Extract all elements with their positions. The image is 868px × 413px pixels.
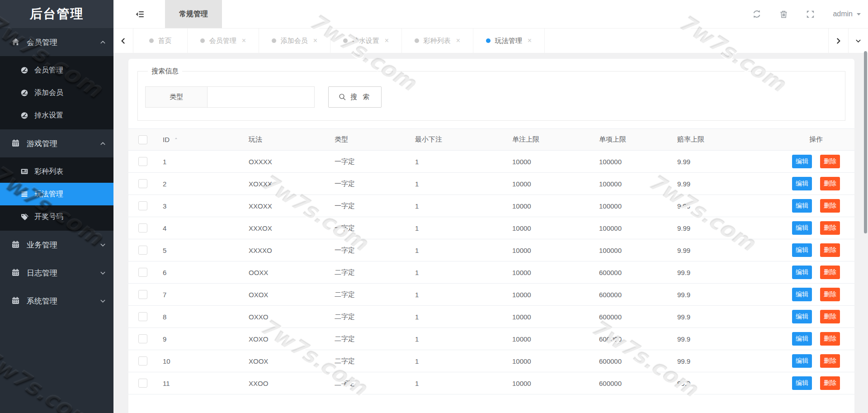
chevron-down-icon (99, 242, 106, 248)
edit-button[interactable]: 编辑 (792, 221, 812, 235)
sidebar-group[interactable]: 会员管理 (0, 28, 113, 56)
table-row: 1OXXXX一字定1100001000009.99编辑删除 (128, 151, 854, 173)
search-panel: 搜索信息 类型 搜 索 (137, 67, 845, 121)
search-icon (339, 93, 346, 101)
search-button[interactable]: 搜 索 (328, 86, 382, 108)
delete-button[interactable]: 删除 (820, 177, 840, 190)
row-checkbox[interactable] (138, 246, 147, 255)
sidebar-item[interactable]: 掉水设置 (0, 104, 113, 127)
delete-button[interactable]: 删除 (820, 310, 840, 323)
cell-id: 11 (152, 372, 238, 394)
delete-button[interactable]: 删除 (820, 199, 840, 213)
sidebar-item[interactable]: 会员管理 (0, 59, 113, 81)
tab-close-icon[interactable]: × (385, 37, 389, 44)
edit-button[interactable]: 编辑 (792, 354, 812, 368)
row-checkbox[interactable] (138, 223, 147, 233)
row-checkbox[interactable] (138, 334, 147, 343)
cell-id: 2 (152, 173, 238, 195)
sidebar-item[interactable]: 玩法管理 (0, 183, 113, 205)
cell-id: 3 (152, 195, 238, 217)
sidebar-group[interactable]: 业务管理 (0, 231, 113, 259)
row-checkbox[interactable] (138, 290, 147, 299)
delete-button[interactable]: 删除 (820, 266, 840, 279)
cell-play: XOOX (238, 350, 324, 372)
delete-button[interactable]: 删除 (820, 288, 840, 301)
tags-icon (20, 213, 28, 221)
table-row: 5XXXXO一字定1100001000009.99编辑删除 (128, 239, 854, 261)
refresh-icon (752, 9, 761, 19)
user-menu[interactable]: admin (833, 10, 862, 18)
calendar-icon (11, 139, 20, 148)
chevron-down-icon (855, 38, 862, 44)
row-checkbox[interactable] (138, 312, 147, 321)
cell-type: 一字定 (324, 239, 404, 261)
delete-button[interactable]: 删除 (820, 354, 840, 368)
tabs-scroll-right-button[interactable] (828, 28, 848, 53)
cell-bet-limit: 10000 (501, 306, 588, 328)
open-tab[interactable]: 掉水设置× (330, 28, 402, 53)
username: admin (833, 10, 853, 18)
open-tab[interactable]: 首页 (133, 28, 188, 53)
sidebar-group[interactable]: 系统管理 (0, 287, 113, 315)
tab-close-icon[interactable]: × (528, 37, 532, 44)
sidebar-collapse-button[interactable] (135, 9, 145, 19)
sidebar-group[interactable]: 游戏管理 (0, 129, 113, 157)
row-checkbox[interactable] (138, 157, 147, 166)
open-tab[interactable]: 彩种列表× (402, 28, 473, 53)
row-checkbox[interactable] (138, 268, 147, 277)
sidebar-submenu: 会员管理添加会员掉水设置 (0, 56, 113, 129)
type-input[interactable] (208, 86, 315, 108)
edit-button[interactable]: 编辑 (792, 332, 812, 346)
tab-label: 掉水设置 (352, 37, 379, 45)
cell-bet-limit: 10000 (501, 173, 588, 195)
open-tab[interactable]: 会员管理× (188, 28, 259, 53)
tab-close-icon[interactable]: × (313, 37, 317, 44)
open-tab[interactable]: 添加会员× (259, 28, 330, 53)
select-all-checkbox[interactable] (138, 135, 147, 144)
sort-icon[interactable] (173, 136, 179, 143)
edit-button[interactable]: 编辑 (792, 199, 812, 213)
row-checkbox[interactable] (138, 201, 147, 210)
edit-button[interactable]: 编辑 (792, 155, 812, 168)
edit-button[interactable]: 编辑 (792, 310, 812, 323)
delete-button[interactable]: 删除 (820, 332, 840, 346)
sidebar-item[interactable]: 彩种列表 (0, 160, 113, 183)
topbar-actions: admin (752, 0, 868, 28)
table-row: 9XOXO二字定11000060000099.9编辑删除 (128, 328, 854, 350)
tab-close-icon[interactable]: × (242, 37, 246, 44)
cell-item-limit: 100000 (588, 217, 666, 239)
tab-label: 会员管理 (209, 37, 236, 45)
sidebar-group[interactable]: 日志管理 (0, 259, 113, 287)
open-tab[interactable]: 玩法管理× (473, 28, 545, 53)
clear-button[interactable] (779, 10, 788, 19)
edit-button[interactable]: 编辑 (792, 177, 812, 190)
type-field-label: 类型 (145, 86, 208, 108)
column-header: 单注上限 (501, 129, 588, 151)
sidebar-item-label: 开奖号码 (34, 212, 63, 222)
edit-button[interactable]: 编辑 (792, 288, 812, 301)
row-checkbox[interactable] (138, 379, 147, 388)
tab-close-icon[interactable]: × (456, 37, 460, 44)
refresh-button[interactable] (752, 9, 761, 19)
delete-button[interactable]: 删除 (820, 155, 840, 168)
edit-button[interactable]: 编辑 (792, 266, 812, 279)
scrollbar-thumb[interactable] (864, 51, 867, 233)
row-checkbox[interactable] (138, 179, 147, 188)
delete-button[interactable]: 删除 (820, 243, 840, 257)
tabs-scroll-left-button[interactable] (113, 28, 133, 53)
edit-button[interactable]: 编辑 (792, 376, 812, 390)
delete-button[interactable]: 删除 (820, 376, 840, 390)
column-header[interactable]: ID (152, 129, 238, 151)
tabs-menu-button[interactable] (848, 28, 868, 53)
plays-table: ID玩法类型最小下注单注上限单项上限赔率上限操作 1OXXXX一字定110000… (128, 128, 854, 394)
sidebar-item[interactable]: 添加会员 (0, 81, 113, 104)
topnav-tab-general[interactable]: 常规管理 (165, 0, 222, 28)
fullscreen-button[interactable] (806, 10, 815, 19)
sidebar-item[interactable]: 开奖号码 (0, 205, 113, 228)
calendar-icon (11, 240, 20, 249)
sidebar-item-label: 会员管理 (34, 66, 63, 75)
row-checkbox[interactable] (138, 356, 147, 366)
delete-button[interactable]: 删除 (820, 221, 840, 235)
edit-button[interactable]: 编辑 (792, 243, 812, 257)
cell-bet-limit: 10000 (501, 284, 588, 306)
